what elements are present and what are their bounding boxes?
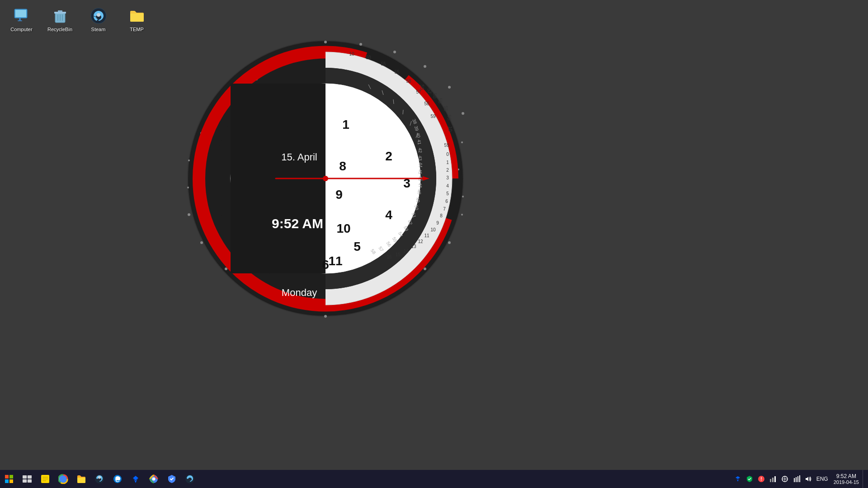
svg-text:58: 58 (432, 93, 438, 99)
svg-text:10: 10 (349, 52, 354, 56)
taskbar-right: ! (732, 470, 868, 488)
svg-text:50: 50 (366, 55, 371, 60)
svg-text:10: 10 (430, 227, 436, 232)
svg-point-18 (448, 86, 451, 89)
svg-rect-122 (9, 479, 13, 483)
svg-text:47: 47 (418, 183, 423, 188)
desktop-icon-computer[interactable]: Computer (5, 5, 38, 35)
svg-point-24 (448, 241, 451, 244)
desktop-icons: Computer RecycleBin Steam (5, 5, 154, 35)
svg-text:9: 9 (436, 221, 439, 225)
svg-text:58: 58 (406, 79, 411, 84)
temp-folder-label: TEMP (130, 27, 144, 33)
tray-alert-icon[interactable]: ! (756, 470, 767, 488)
svg-text:5: 5 (446, 191, 449, 196)
tray-vpn-icon[interactable] (779, 470, 790, 488)
svg-point-12 (97, 13, 100, 17)
clock-date-display: 15. April (281, 151, 317, 163)
svg-text:6: 6 (445, 199, 448, 204)
taskbar-steam-icon[interactable] (90, 470, 108, 488)
tray-dropbox-icon[interactable] (732, 470, 743, 488)
steam-icon (90, 7, 108, 25)
svg-text:1: 1 (342, 117, 349, 131)
svg-text:8: 8 (440, 213, 443, 218)
svg-text:5: 5 (354, 239, 361, 253)
tray-network-icon[interactable] (768, 470, 778, 488)
clock-day-display: Monday (282, 287, 317, 298)
language-indicator[interactable]: ENG (815, 476, 830, 482)
svg-text:59: 59 (430, 114, 436, 119)
taskbar-chrome-icon[interactable] (145, 470, 163, 488)
svg-text:44: 44 (418, 162, 423, 168)
taskbar-left (0, 470, 199, 488)
taskbar-nordvpn-icon[interactable] (163, 470, 181, 488)
svg-text:2: 2 (446, 168, 449, 173)
svg-rect-126 (28, 479, 32, 483)
temp-folder-icon (128, 7, 146, 25)
svg-text:48: 48 (417, 189, 422, 195)
recycle-bin-icon (51, 7, 69, 25)
svg-text:11: 11 (328, 254, 342, 268)
steam-icon-label: Steam (91, 27, 106, 33)
taskbar-clock[interactable]: 9:52 AM 2019-04-15 (831, 470, 862, 488)
tray-wifi-icon[interactable] (791, 470, 802, 488)
svg-rect-142 (770, 479, 771, 482)
svg-point-25 (424, 267, 426, 270)
svg-rect-6 (58, 10, 62, 12)
svg-point-16 (393, 51, 396, 53)
taskbar-icons-group (18, 470, 199, 488)
svg-point-23 (461, 214, 463, 216)
svg-text:3: 3 (446, 175, 449, 180)
svg-text:57: 57 (427, 88, 432, 94)
svg-text:43: 43 (418, 155, 423, 161)
svg-text:1: 1 (446, 160, 449, 165)
svg-point-19 (462, 112, 464, 115)
taskbar-steam2-icon[interactable] (181, 470, 199, 488)
svg-text:59: 59 (444, 143, 449, 148)
svg-text:4: 4 (385, 208, 392, 222)
desktop-icon-recycle-bin[interactable]: RecycleBin (43, 5, 77, 35)
svg-point-112 (323, 176, 328, 181)
svg-point-17 (424, 65, 426, 68)
svg-text:4: 4 (446, 183, 449, 188)
tray-volume-icon[interactable] (803, 470, 814, 488)
svg-point-22 (462, 196, 464, 197)
svg-rect-149 (796, 477, 797, 482)
svg-text:45: 45 (418, 169, 423, 174)
svg-rect-150 (797, 476, 798, 482)
svg-rect-123 (23, 475, 27, 479)
svg-text:13: 13 (411, 244, 416, 249)
svg-text:55: 55 (443, 106, 448, 111)
svg-text:!: ! (760, 477, 762, 482)
svg-rect-120 (9, 475, 13, 479)
svg-text:9: 9 (335, 188, 343, 202)
tray-security-icon[interactable] (744, 470, 755, 488)
taskbar-browser-icon[interactable] (54, 470, 72, 488)
svg-point-135 (98, 476, 101, 479)
svg-point-33 (188, 213, 190, 216)
svg-text:49: 49 (415, 197, 420, 203)
svg-text:15: 15 (395, 252, 401, 257)
desktop-icon-steam[interactable]: Steam (81, 5, 115, 35)
taskbar-notes-icon[interactable] (36, 470, 54, 488)
taskbar-dropbox-icon[interactable] (127, 470, 145, 488)
svg-text:42: 42 (418, 148, 423, 153)
show-desktop-button[interactable] (863, 470, 866, 488)
svg-text:10: 10 (448, 126, 453, 131)
taskbar-task-view[interactable] (18, 470, 36, 488)
svg-point-138 (152, 478, 156, 481)
svg-rect-124 (28, 475, 32, 479)
svg-rect-148 (794, 478, 795, 482)
svg-text:55: 55 (394, 70, 400, 75)
start-button[interactable] (0, 470, 18, 488)
svg-text:58: 58 (424, 101, 429, 106)
svg-text:8: 8 (339, 159, 346, 173)
svg-text:2: 2 (385, 149, 392, 163)
taskbar: ! (0, 470, 868, 488)
taskbar-edge-icon[interactable] (108, 470, 127, 488)
computer-icon-label: Computer (10, 27, 32, 33)
clock-widget: 10 50 55 55 58 57 58 1 (185, 38, 466, 319)
desktop-icon-temp[interactable]: TEMP (120, 5, 154, 35)
taskbar-file-explorer-icon[interactable] (72, 470, 90, 488)
svg-point-20 (461, 141, 463, 143)
